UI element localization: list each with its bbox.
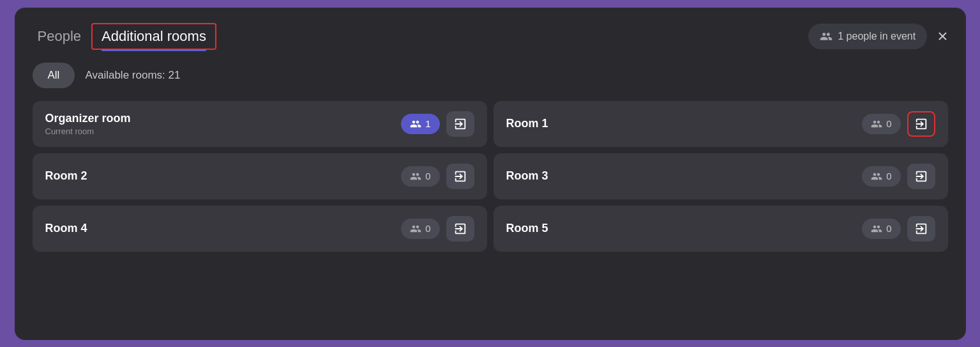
room-count-badge: 0 — [862, 114, 900, 134]
room-actions: 0 — [862, 164, 935, 189]
enter-icon — [453, 169, 467, 183]
room-people-icon — [871, 118, 882, 130]
room-info: Organizer roomCurrent room — [45, 112, 131, 136]
room-card-room1: Room 10 — [494, 101, 948, 147]
all-filter-button[interactable]: All — [33, 63, 75, 88]
enter-icon — [453, 222, 467, 236]
room-count-text: 0 — [886, 223, 891, 234]
room-people-icon — [871, 223, 882, 235]
room-count-text: 0 — [886, 118, 891, 129]
room-info: Room 3 — [506, 169, 548, 183]
room-count-badge: 0 — [862, 219, 900, 239]
room-card-room3: Room 30 — [494, 153, 948, 199]
enter-room-button-organizer[interactable] — [446, 111, 474, 137]
room-people-icon — [871, 171, 882, 182]
room-count-text: 1 — [425, 118, 430, 129]
tab-additional-rooms[interactable]: Additional rooms — [91, 23, 216, 50]
room-card-organizer: Organizer roomCurrent room1 — [33, 101, 487, 147]
room-sub: Current room — [45, 127, 131, 136]
room-count-badge: 1 — [401, 114, 439, 134]
enter-icon — [453, 117, 467, 131]
room-card-room2: Room 20 — [33, 153, 487, 199]
room-count-badge: 0 — [401, 166, 439, 187]
enter-icon — [914, 117, 928, 131]
modal-header: People Additional rooms 1 people in even… — [33, 23, 948, 50]
filter-row: All Available rooms: 21 — [33, 63, 948, 88]
room-card-room5: Room 50 — [494, 206, 948, 252]
room-name: Room 5 — [506, 222, 548, 235]
tab-people[interactable]: People — [33, 26, 87, 47]
room-people-icon — [410, 223, 421, 235]
room-count-text: 0 — [425, 223, 430, 234]
room-info: Room 5 — [506, 222, 548, 235]
enter-room-button-room1[interactable] — [907, 111, 935, 137]
close-button[interactable]: × — [937, 27, 947, 45]
enter-room-button-room4[interactable] — [446, 216, 474, 242]
enter-icon — [914, 169, 928, 183]
room-people-icon — [410, 171, 421, 182]
enter-room-button-room3[interactable] — [907, 164, 935, 189]
room-name: Room 1 — [506, 117, 548, 130]
room-count-badge: 0 — [401, 219, 439, 239]
room-actions: 1 — [401, 111, 474, 137]
enter-room-button-room2[interactable] — [446, 164, 474, 189]
room-info: Room 4 — [45, 222, 87, 235]
room-count-text: 0 — [425, 171, 430, 181]
available-rooms-label: Available rooms: 21 — [85, 69, 180, 82]
room-name: Room 4 — [45, 222, 87, 235]
room-card-room4: Room 40 — [33, 206, 487, 252]
room-actions: 0 — [401, 216, 474, 242]
room-actions: 0 — [401, 164, 474, 189]
modal-panel: People Additional rooms 1 people in even… — [15, 8, 966, 340]
people-badge-icon — [820, 30, 833, 43]
room-count-badge: 0 — [862, 166, 900, 187]
people-event-badge: 1 people in event — [808, 24, 927, 49]
enter-room-button-room5[interactable] — [907, 216, 935, 242]
room-info: Room 2 — [45, 169, 87, 183]
room-name: Room 3 — [506, 169, 548, 183]
room-people-icon — [410, 118, 421, 130]
enter-icon — [914, 222, 928, 236]
room-name: Organizer room — [45, 112, 131, 125]
room-info: Room 1 — [506, 117, 548, 130]
rooms-grid: Organizer roomCurrent room1Room 10Room 2… — [33, 101, 948, 252]
room-actions: 0 — [862, 216, 935, 242]
room-name: Room 2 — [45, 169, 87, 183]
room-count-text: 0 — [886, 171, 891, 181]
room-actions: 0 — [862, 111, 935, 137]
header-right: 1 people in event × — [808, 24, 947, 49]
